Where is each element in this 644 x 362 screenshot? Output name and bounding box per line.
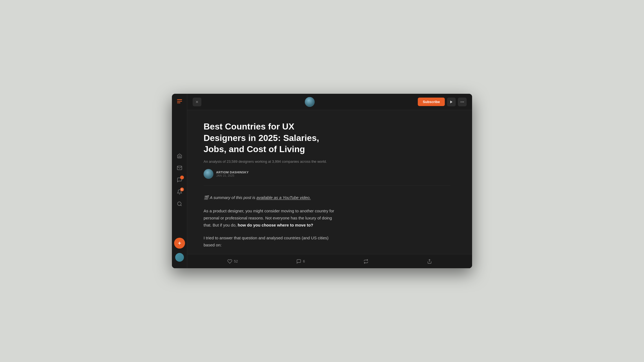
svg-line-4 [180, 205, 181, 206]
main-content: ✕ Subscribe [187, 94, 472, 268]
svg-point-3 [177, 202, 181, 206]
author-avatar[interactable] [204, 169, 213, 179]
likes-button[interactable]: 52 [227, 259, 238, 264]
topbar-left: ✕ [193, 98, 201, 106]
app-logo[interactable] [176, 98, 183, 106]
likes-count: 52 [234, 259, 238, 263]
topbar-center [305, 97, 315, 107]
article-body: 🎬 A summary of this post is available as… [204, 194, 335, 254]
sidebar-nav: 1 [174, 150, 185, 236]
avatar-image [305, 97, 315, 107]
sidebar-item-inbox[interactable] [174, 162, 185, 173]
author-name: ARTIOM DASHINSKY [216, 171, 249, 174]
bold-text: how do you choose where to move to? [238, 223, 313, 227]
svg-point-9 [462, 101, 463, 102]
topbar-right: Subscribe [418, 98, 467, 106]
share-button[interactable] [427, 259, 432, 264]
sidebar: 1 [172, 94, 187, 268]
sidebar-item-search[interactable] [174, 198, 185, 209]
svg-rect-1 [177, 101, 182, 102]
subscribe-button[interactable]: Subscribe [418, 98, 445, 106]
article-para-2: I tried to answer that question and anal… [204, 234, 335, 249]
youtube-link[interactable]: available as a YouTube video. [257, 195, 311, 200]
author-info: ARTIOM DASHINSKY JAN 15, 2025 [216, 171, 249, 177]
more-button[interactable] [458, 98, 467, 106]
user-avatar[interactable] [175, 253, 184, 262]
restack-button[interactable] [363, 259, 368, 264]
author-date: JAN 15, 2025 [216, 174, 249, 177]
bottom-bar: 52 6 [187, 254, 472, 268]
svg-marker-7 [450, 100, 452, 103]
app-screen: 1 ✕ [172, 94, 472, 268]
summary-prefix: A summary of this post is [210, 195, 257, 200]
sidebar-item-chat[interactable] [174, 174, 185, 185]
article-subtitle: An analysis of 23,589 designers working … [204, 159, 450, 164]
svg-rect-0 [177, 99, 182, 100]
create-button[interactable] [174, 238, 185, 249]
comments-count: 6 [303, 259, 305, 263]
svg-point-8 [461, 101, 461, 102]
article-title: Best Countries for UX Designers in 2025:… [204, 121, 335, 155]
play-button[interactable] [447, 98, 456, 106]
svg-point-10 [463, 101, 464, 102]
chat-badge [180, 176, 184, 179]
notification-badge: 1 [180, 188, 184, 191]
sidebar-item-notifications[interactable]: 1 [174, 186, 185, 197]
summary-emoji: 🎬 [204, 195, 210, 200]
author-row: ARTIOM DASHINSKY JAN 15, 2025 [204, 169, 450, 186]
svg-rect-2 [177, 102, 180, 103]
summary-paragraph: 🎬 A summary of this post is available as… [204, 194, 335, 201]
sidebar-item-home[interactable] [174, 150, 185, 161]
article-content[interactable]: Best Countries for UX Designers in 2025:… [187, 110, 472, 254]
topbar: ✕ Subscribe [187, 94, 472, 110]
close-button[interactable]: ✕ [193, 98, 201, 106]
comments-button[interactable]: 6 [296, 259, 305, 264]
publication-avatar[interactable] [305, 97, 315, 107]
article-para-1: As a product designer, you might conside… [204, 207, 335, 229]
